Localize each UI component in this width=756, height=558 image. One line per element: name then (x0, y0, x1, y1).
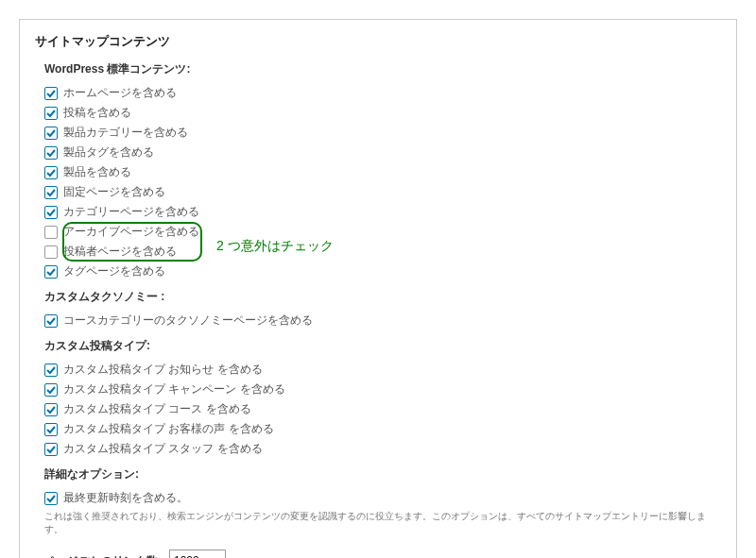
checkbox[interactable] (44, 364, 58, 377)
option-label: 固定ページを含める (63, 184, 165, 200)
option-row: 投稿者ページを含める (35, 242, 721, 262)
option-label: 製品タグを含める (63, 144, 154, 161)
links-per-page-input[interactable] (169, 550, 226, 558)
section-title-custom-post: カスタム投稿タイプ: (35, 338, 721, 354)
option-label: カテゴリーページを含める (63, 204, 199, 220)
option-row: 製品を含める (35, 162, 721, 182)
option-row: カスタム投稿タイプ スタッフ を含める (35, 439, 721, 459)
option-label: カスタム投稿タイプ スタッフ を含める (63, 441, 263, 457)
option-row: アーカイブページを含める (35, 222, 721, 242)
option-row: カスタム投稿タイプ コース を含める (35, 399, 721, 419)
links-per-page-row: ページごとのリンク数: (35, 550, 721, 558)
option-label: カスタム投稿タイプ お知らせ を含める (63, 362, 263, 378)
option-row: カスタム投稿タイプ お知らせ を含める (35, 360, 721, 380)
checkbox[interactable] (44, 206, 58, 219)
sitemap-contents-panel: サイトマップコンテンツ WordPress 標準コンテンツ: ホームページを含め… (19, 19, 737, 558)
checkbox[interactable] (44, 186, 58, 199)
option-row: 固定ページを含める (35, 182, 721, 202)
option-label: 投稿者ページを含める (63, 244, 177, 260)
checkbox[interactable] (44, 423, 58, 436)
checkbox[interactable] (44, 492, 58, 505)
option-row: 最終更新時刻を含める。 (35, 488, 721, 508)
section-title-custom-tax: カスタムタクソノミー : (35, 289, 721, 305)
option-label: カスタム投稿タイプ お客様の声 を含める (63, 421, 274, 437)
checkbox[interactable] (44, 127, 58, 140)
checkbox[interactable] (44, 146, 58, 160)
section-title-wp-standard: WordPress 標準コンテンツ: (35, 61, 721, 77)
checkbox[interactable] (44, 443, 58, 456)
option-label: カスタム投稿タイプ キャンペーン を含める (63, 381, 285, 397)
advanced-note: これは強く推奨されており、検索エンジンがコンテンツの変更を認識するのに役立ちます… (35, 510, 721, 536)
option-label: カスタム投稿タイプ コース を含める (63, 401, 251, 417)
checkbox[interactable] (44, 383, 58, 397)
checkbox[interactable] (44, 314, 58, 328)
section-title-advanced: 詳細なオプション: (35, 466, 721, 482)
option-row: 製品カテゴリーを含める (35, 123, 721, 143)
option-row: コースカテゴリーのタクソノミーページを含める (35, 311, 721, 330)
checkbox[interactable] (44, 107, 58, 120)
links-per-page-label: ページごとのリンク数: (44, 553, 162, 559)
option-row: カテゴリーページを含める (35, 202, 721, 222)
checkbox[interactable] (44, 87, 58, 100)
option-row: ホームページを含める (35, 83, 721, 103)
option-row: 製品タグを含める (35, 143, 721, 162)
option-row: カスタム投稿タイプ キャンペーン を含める (35, 380, 721, 399)
option-label: 製品を含める (63, 164, 131, 180)
option-label: 製品カテゴリーを含める (63, 125, 188, 141)
panel-title: サイトマップコンテンツ (35, 33, 721, 50)
option-row: カスタム投稿タイプ お客様の声 を含める (35, 419, 721, 439)
checkbox[interactable] (44, 166, 58, 179)
checkbox[interactable] (44, 245, 58, 259)
option-label: タグページを含める (63, 263, 165, 279)
option-label: 最終更新時刻を含める。 (63, 490, 188, 506)
checkbox[interactable] (44, 265, 58, 279)
checkbox[interactable] (44, 403, 58, 416)
option-row: タグページを含める (35, 262, 721, 281)
option-row: 投稿を含める (35, 103, 721, 123)
option-label: ホームページを含める (63, 85, 177, 101)
option-label: 投稿を含める (63, 105, 131, 121)
option-label: アーカイブページを含める (63, 224, 199, 240)
checkbox[interactable] (44, 226, 58, 239)
option-label: コースカテゴリーのタクソノミーページを含める (63, 313, 313, 329)
